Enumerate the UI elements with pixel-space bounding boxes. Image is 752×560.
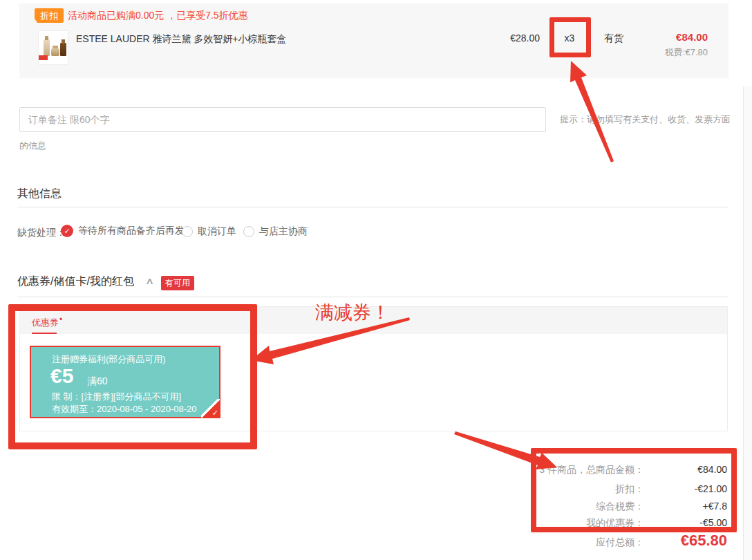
- summary-total-row: 应付总额： €65.80: [485, 532, 727, 550]
- summary-total-value: €65.80: [644, 532, 727, 550]
- order-item-panel: 折扣 活动商品已购满0.00元 ，已享受7.5折优惠 ESTEE LAUDER …: [19, 3, 728, 78]
- radio-checked-icon[interactable]: [61, 225, 73, 237]
- oos-option-label[interactable]: 取消订单: [198, 225, 236, 238]
- coupon-selected-check-icon: [201, 399, 220, 418]
- cosmetic-jar-cap-shape: [53, 46, 58, 48]
- page-edge-fill: [744, 86, 752, 560]
- cosmetic-bottle-cap-shape: [45, 36, 48, 40]
- checkout-page: 折扣 活动商品已购满0.00元 ，已享受7.5折优惠 ESTEE LAUDER …: [0, 0, 752, 560]
- promo-text: 活动商品已购满0.00元 ，已享受7.5折优惠: [68, 10, 248, 22]
- cosmetic-jar-shape: [51, 48, 59, 56]
- oos-option-cancel[interactable]: 取消订单: [182, 225, 236, 238]
- line-total: €84.00: [652, 31, 708, 43]
- summary-label: 综合税费：: [485, 501, 644, 513]
- summary-row: 折扣： -€21.00: [485, 483, 727, 496]
- radio-unchecked-icon[interactable]: [182, 226, 193, 237]
- coupon-card[interactable]: 注册赠券福利(部分商品可用) €5 满60 限 制：[注册券][部分商品不可用]…: [30, 346, 220, 418]
- stock-status: 有货: [604, 32, 623, 45]
- coupon-restriction: 限 制：[注册券][部分商品不可用]: [52, 391, 181, 403]
- tab-coupon[interactable]: 优惠券: [32, 315, 62, 329]
- discount-badge: 折扣: [35, 8, 64, 23]
- summary-value: +€7.8: [644, 501, 727, 512]
- summary-row: 3 件商品，总商品金额： €84.00: [485, 464, 727, 476]
- unit-price: €28.00: [491, 32, 540, 44]
- coupon-section-title: 优惠券/储值卡/我的红包: [17, 274, 134, 289]
- remark-hint-line1: 提示：请勿填写有关支付、收货、发票方面: [560, 113, 731, 126]
- summary-row: 我的优惠券： -€5.00: [485, 517, 727, 530]
- cosmetic-bottle-shape: [44, 39, 50, 56]
- tab-active-underline: [32, 333, 57, 334]
- section-divider: [17, 297, 728, 297]
- product-title[interactable]: ESTEE LAUDER 雅诗兰黛 多效智妍+小棕瓶套盒: [76, 33, 287, 46]
- section-divider: [17, 207, 728, 207]
- product-image[interactable]: [38, 30, 68, 65]
- coupon-available-badge: 有可用: [161, 276, 194, 290]
- remark-hint-line2: 的信息: [19, 140, 46, 152]
- oos-option-wait[interactable]: 等待所有商品备齐后再发: [61, 225, 185, 237]
- tax-note: 税费:€7.80: [625, 46, 708, 59]
- coupon-condition: 满60: [87, 375, 108, 388]
- serum-bottle-shape: [60, 43, 66, 56]
- other-info-title: 其他信息: [17, 187, 62, 201]
- summary-label: 我的优惠券：: [485, 517, 644, 530]
- page-edge-line: [743, 86, 744, 560]
- summary-value: -€21.00: [644, 483, 727, 494]
- radio-unchecked-icon[interactable]: [243, 226, 254, 237]
- annotation-note-text: 满减券！: [315, 300, 390, 325]
- summary-value: €84.00: [644, 464, 727, 475]
- oos-option-negotiate[interactable]: 与店主协商: [243, 225, 308, 238]
- summary-value: -€5.00: [644, 517, 727, 528]
- chevron-up-icon[interactable]: [145, 276, 154, 286]
- summary-total-label: 应付总额：: [485, 536, 644, 549]
- coupon-panel: 优惠券 注册赠券福利(部分商品可用) €5 满60 限 制：[注册券][部分商品…: [19, 306, 728, 431]
- price-tag-shape: [39, 55, 48, 60]
- quantity-value: x3: [556, 32, 583, 44]
- oos-option-label[interactable]: 等待所有商品备齐后再发: [78, 225, 185, 237]
- oos-option-label[interactable]: 与店主协商: [259, 225, 308, 238]
- out-of-stock-label: 缺货处理：: [17, 227, 66, 239]
- summary-label: 折扣：: [485, 483, 644, 496]
- coupon-amount: €5: [50, 364, 73, 388]
- serum-bottle-cap-shape: [62, 39, 65, 44]
- coupon-validity: 有效期至：2020-08-05 - 2020-08-20: [52, 403, 197, 416]
- summary-label: 3 件商品，总商品金额：: [485, 464, 644, 476]
- order-remark-input[interactable]: [19, 107, 546, 132]
- summary-row: 综合税费： +€7.8: [485, 501, 727, 513]
